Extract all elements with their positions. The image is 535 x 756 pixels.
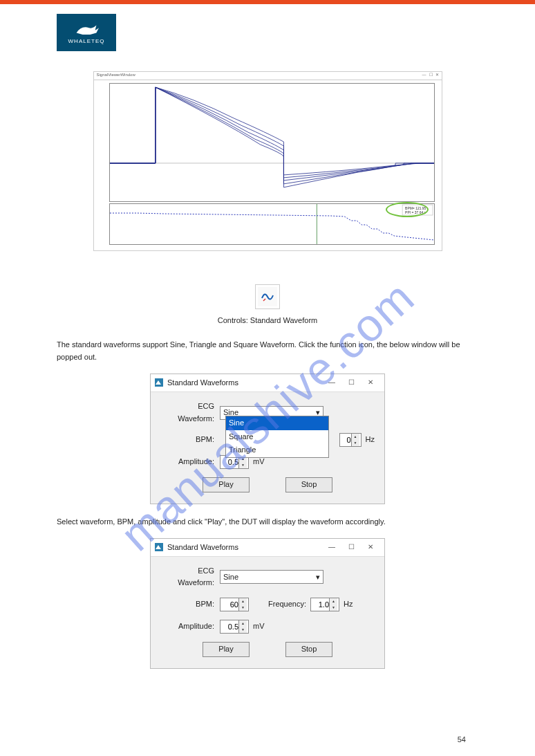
chevron-down-icon: ▾	[316, 571, 320, 584]
spinner-down-icon[interactable]: ▼	[352, 440, 359, 446]
body-paragraph: The standard waveforms support Sine, Tri…	[57, 338, 478, 364]
chart-window-title: SignalViewerWindow	[97, 72, 135, 80]
dialog-titlebar: Standard Waveforms — ☐ ✕	[151, 374, 384, 392]
whale-icon	[74, 21, 99, 37]
spinner-up-icon[interactable]: ▲	[330, 598, 337, 605]
bpm-spinner[interactable]: ▲▼	[220, 598, 249, 611]
spinner-up-icon[interactable]: ▲	[239, 598, 247, 605]
brand-text: WHALETEQ	[68, 38, 105, 44]
maximize-button[interactable]: ☐	[341, 376, 361, 389]
chart-window: SignalViewerWindow — ☐ ✕	[93, 71, 442, 251]
standard-waveforms-dialog-expanded: Standard Waveforms — ☐ ✕ ECG Waveform: S…	[150, 374, 385, 504]
frequency-unit: Hz	[366, 434, 375, 446]
minimize-button[interactable]: —	[322, 540, 341, 554]
amplitude-unit: mV	[253, 456, 265, 468]
dialog-app-icon	[155, 543, 163, 551]
page-number: 54	[458, 735, 466, 744]
minimize-button[interactable]: —	[322, 376, 341, 389]
standard-waveform-icon[interactable]	[258, 287, 277, 306]
amplitude-input[interactable]	[220, 458, 238, 466]
frequency-unit: Hz	[344, 598, 353, 611]
chart-window-titlebar: SignalViewerWindow — ☐ ✕	[94, 72, 442, 80]
ecg-waveform-label: ECG Waveform:	[160, 565, 220, 589]
dialog-title: Standard Waveforms	[167, 542, 322, 554]
upper-chart-area	[109, 83, 435, 202]
bpm-label: BPM:	[160, 598, 220, 611]
maximize-button[interactable]: ☐	[341, 540, 361, 554]
dialog-app-icon	[155, 378, 163, 387]
close-button[interactable]: ✕	[361, 540, 380, 554]
close-icon[interactable]: ✕	[435, 72, 439, 80]
controls-caption: Controls: Standard Waveform	[57, 315, 478, 327]
spinner-down-icon[interactable]: ▼	[330, 605, 337, 611]
amplitude-unit: mV	[253, 620, 265, 633]
amplitude-label: Amplitude:	[160, 456, 220, 468]
amplitude-label: Amplitude:	[160, 620, 220, 633]
option-triangle[interactable]: Triangle	[226, 443, 328, 457]
stop-button[interactable]: Stop	[285, 477, 332, 492]
ecg-waveform-label: ECG Waveform:	[160, 400, 220, 425]
spinner-down-icon[interactable]: ▼	[239, 627, 247, 633]
standard-waveforms-dialog: Standard Waveforms — ☐ ✕ ECG Waveform: S…	[150, 538, 385, 669]
frequency-spinner[interactable]: ▲▼	[310, 598, 339, 611]
waveform-button-thumbnail	[255, 284, 280, 309]
chart-legend-ppi: PPI = 37.64 s	[405, 210, 426, 214]
lower-chart-area: BPM= 121.95 PPI = 37.64 s	[109, 203, 435, 245]
ecg-waveform-value: Sine	[223, 571, 238, 584]
stop-button[interactable]: Stop	[285, 642, 332, 657]
ecg-waveform-dropdown-list[interactable]: Sine Square Triangle	[225, 416, 329, 458]
ecg-waveform-select[interactable]: Sine ▾	[220, 570, 323, 584]
play-button[interactable]: Play	[203, 477, 250, 492]
spinner-down-icon[interactable]: ▼	[239, 605, 247, 611]
bpm-label: BPM:	[160, 434, 220, 446]
option-sine[interactable]: Sine	[226, 416, 328, 430]
play-button[interactable]: Play	[203, 642, 250, 657]
frequency-label: Frequency:	[268, 598, 306, 611]
frequency-input[interactable]	[311, 600, 329, 609]
option-square[interactable]: Square	[226, 430, 328, 444]
minimize-icon[interactable]: —	[422, 72, 426, 80]
amplitude-spinner[interactable]: ▲▼	[220, 620, 249, 634]
spinner-up-icon[interactable]: ▲	[352, 434, 359, 440]
spinner-up-icon[interactable]: ▲	[239, 620, 247, 627]
dialog-title: Standard Waveforms	[167, 377, 322, 389]
bpm-input[interactable]	[220, 600, 238, 609]
close-button[interactable]: ✕	[361, 376, 380, 389]
frequency-input-partial[interactable]	[340, 436, 351, 444]
spinner-down-icon[interactable]: ▼	[239, 462, 247, 468]
frequency-spinner-partial[interactable]: ▲▼	[339, 433, 362, 447]
body-paragraph-2: Select waveform, BPM, amplitude and clic…	[57, 515, 478, 528]
maximize-icon[interactable]: ☐	[429, 72, 433, 80]
amplitude-input[interactable]	[220, 623, 238, 631]
brand-logo: WHALETEQ	[57, 14, 116, 51]
dialog-titlebar: Standard Waveforms — ☐ ✕	[151, 539, 384, 557]
page-content: SignalViewerWindow — ☐ ✕	[57, 4, 478, 669]
